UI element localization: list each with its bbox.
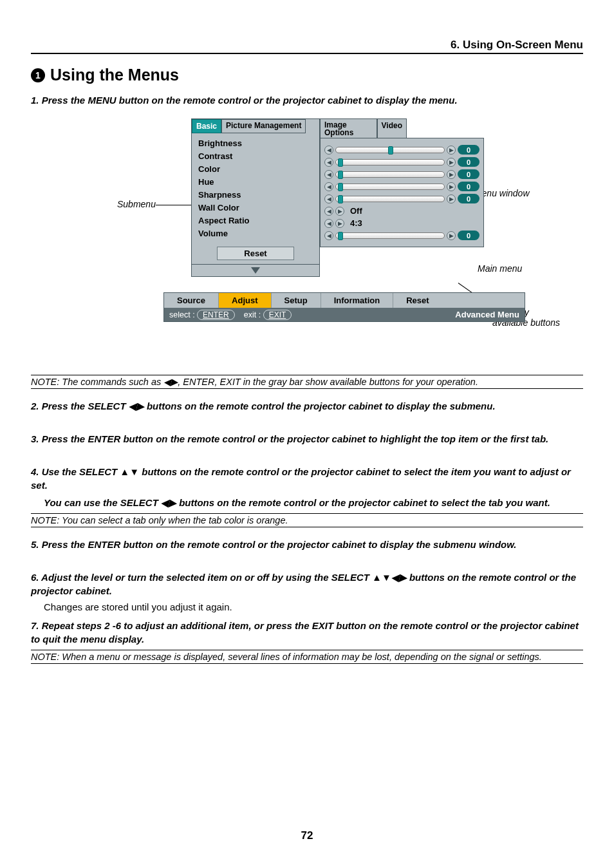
tab-image-options[interactable]: Image Options [320,118,377,139]
note-2: NOTE: You can select a tab only when the… [31,513,583,527]
chapter-header: 6. Using On-Screen Menu [31,39,583,54]
arrow-left-icon[interactable]: ◀ [324,146,333,155]
footer-select-label: select : [169,310,195,319]
enter-button-hint: ENTER [197,310,235,320]
tab-picture-management[interactable]: Picture Management [221,119,306,133]
value-contrast: 0 [458,157,479,167]
tab-video[interactable]: Video [377,118,407,139]
slider-sharpness[interactable]: ◀ ▶ 0 [324,193,479,205]
value-hue: 0 [458,182,479,191]
main-menu: Source Adjust Setup Information Reset se… [163,292,525,322]
annot-submenu: Submenu [117,199,156,209]
mainmenu-adjust[interactable]: Adjust [219,293,271,308]
item-sharpness[interactable]: Sharpness [198,189,314,202]
slider-contrast[interactable]: ◀ ▶ 0 [324,156,479,168]
arrow-right-icon[interactable]: ▶ [447,194,456,203]
arrow-left-icon[interactable]: ◀ [324,219,333,228]
value-aspect-ratio: 4:3 [346,218,362,228]
step-6-plain: Changes are stored until you adjust it a… [44,601,583,612]
step-4: 4. Use the SELECT ▲▼ buttons on the remo… [31,465,583,492]
submenu-panel: Basic Picture Management Brightness Cont… [191,118,320,277]
arrow-right-icon[interactable]: ▶ [335,219,344,228]
mainmenu-information[interactable]: Information [321,293,394,308]
reset-button[interactable]: Reset [217,247,294,260]
slider-brightness[interactable]: ◀ ▶ 0 [324,144,479,156]
mainmenu-setup[interactable]: Setup [272,293,321,308]
arrow-left-icon[interactable]: ◀ [324,194,333,203]
step-3: 3. Press the ENTER button on the remote … [31,432,583,446]
mainmenu-reset[interactable]: Reset [393,293,442,308]
value-volume: 0 [458,231,479,240]
arrow-right-icon[interactable]: ▶ [335,207,344,216]
arrow-left-icon[interactable]: ◀ [324,231,333,240]
item-hue[interactable]: Hue [198,176,314,189]
footer-exit-label: exit : [244,310,261,319]
step-1: 1. Press the MENU button on the remote c… [31,93,583,107]
slider-hue[interactable]: ◀ ▶ 0 [324,180,479,193]
arrow-right-icon[interactable]: ▶ [447,182,456,191]
item-volume[interactable]: Volume [198,227,314,240]
annot-main-menu: Main menu [478,263,522,274]
submenu-window: ◀ ▶ 0 ◀ ▶ 0 ◀ ▶ 0 ◀ ▶ 0 [320,138,484,247]
item-wall-color[interactable]: Wall Color [198,202,314,214]
item-aspect-ratio[interactable]: Aspect Ratio [198,214,314,227]
arrow-left-icon[interactable]: ◀ [324,207,333,216]
step-4b: You can use the SELECT ◀▶ buttons on the… [44,496,583,509]
page-number: 72 [0,829,614,842]
item-contrast[interactable]: Contrast [198,150,314,163]
mainmenu-source[interactable]: Source [164,293,219,308]
scroll-down-icon[interactable] [251,267,260,274]
item-brightness[interactable]: Brightness [198,137,314,150]
option-wall-color[interactable]: ◀ ▶ Off [324,205,479,217]
section-number-badge: 1 [31,68,45,82]
step-5: 5. Press the ENTER button on the remote … [31,538,583,551]
exit-button-hint: EXIT [263,310,292,320]
section-title: Using the Menus [50,66,179,84]
slider-color[interactable]: ◀ ▶ 0 [324,168,479,180]
item-color[interactable]: Color [198,163,314,176]
arrow-right-icon[interactable]: ▶ [447,170,456,179]
menu-figure: Submenu Submenu window Main menu Current… [62,118,552,357]
arrow-right-icon[interactable]: ▶ [447,146,456,155]
tab-basic[interactable]: Basic [192,119,221,133]
arrow-left-icon[interactable]: ◀ [324,182,333,191]
arrow-right-icon[interactable]: ▶ [447,231,456,240]
main-menu-footer: select : ENTER exit : EXIT Advanced Menu [164,308,525,321]
arrow-left-icon[interactable]: ◀ [324,158,333,167]
advanced-menu-label[interactable]: Advanced Menu [455,310,519,319]
option-aspect-ratio[interactable]: ◀ ▶ 4:3 [324,217,479,229]
value-wall-color: Off [346,206,362,216]
arrow-left-icon[interactable]: ◀ [324,170,333,179]
slider-volume[interactable]: ◀ ▶ 0 [324,229,479,241]
value-brightness: 0 [458,145,479,155]
value-sharpness: 0 [458,194,479,203]
step-2: 2. Press the SELECT ◀▶ buttons on the re… [31,399,583,413]
step-7: 7. Repeat steps 2 -6 to adjust an additi… [31,619,583,646]
arrow-right-icon[interactable]: ▶ [447,158,456,167]
note-3: NOTE: When a menu or message is displaye… [31,650,583,664]
value-color: 0 [458,169,479,179]
note-1: NOTE: The commands such as ◀▶, ENTER, EX… [31,375,583,389]
step-6: 6. Adjust the level or turn the selected… [31,571,583,598]
